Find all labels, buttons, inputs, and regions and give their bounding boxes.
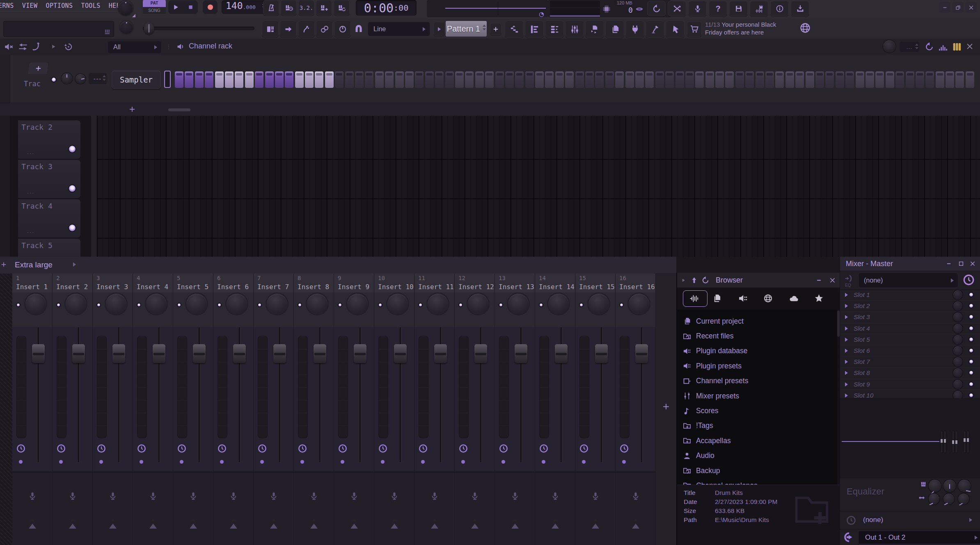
browser-item[interactable]: Accapellas xyxy=(677,433,836,448)
step-cell[interactable] xyxy=(235,71,243,88)
eq-mini-slider[interactable] xyxy=(963,431,966,453)
fx-slot-arrow-icon[interactable] xyxy=(845,315,848,319)
channel-rack-button[interactable] xyxy=(545,21,564,38)
browser-toggle-button[interactable] xyxy=(585,21,604,38)
master-minimize-icon[interactable] xyxy=(946,261,952,267)
strip-fx-icon[interactable] xyxy=(108,491,117,501)
track-mute-led[interactable] xyxy=(68,224,76,232)
strip-led[interactable] xyxy=(177,303,181,307)
rack-filter-selector[interactable]: All xyxy=(108,41,162,54)
mixer-strip[interactable]: 10 Insert 10 xyxy=(374,274,414,545)
strip-route-icon[interactable] xyxy=(149,517,157,522)
step-cell[interactable] xyxy=(936,71,944,88)
step-cell[interactable] xyxy=(475,71,484,88)
strip-record-dot[interactable] xyxy=(260,460,264,464)
strip-record-dot[interactable] xyxy=(99,460,103,464)
tempo-display[interactable]: 140.000 xyxy=(222,0,267,14)
strip-clock-icon[interactable] xyxy=(579,444,589,453)
fx-slot-knob[interactable] xyxy=(953,324,962,333)
strip-led[interactable] xyxy=(378,303,382,307)
browser-item[interactable]: Current project xyxy=(677,314,836,329)
strip-pan-knob[interactable] xyxy=(25,294,46,314)
strip-fx-icon[interactable] xyxy=(28,491,37,501)
strip-clock-icon[interactable] xyxy=(56,444,66,453)
strip-led[interactable] xyxy=(579,303,584,307)
strip-led[interactable] xyxy=(338,303,342,307)
step-cell[interactable] xyxy=(955,71,964,88)
fx-slot[interactable]: Slot 9 xyxy=(840,379,980,390)
browser-tab-favorites[interactable] xyxy=(814,294,824,303)
step-cell[interactable] xyxy=(545,71,554,88)
window-restore-button[interactable] xyxy=(952,2,964,13)
track-header[interactable]: Track 3 ... xyxy=(18,160,80,198)
rack-undo-icon[interactable] xyxy=(925,42,934,51)
step-cell[interactable] xyxy=(825,71,834,88)
strip-led[interactable] xyxy=(619,303,624,307)
save-new-version-button[interactable] xyxy=(750,1,768,16)
channel-target-spinner[interactable] xyxy=(103,75,106,81)
rack-mini-spinner[interactable] xyxy=(915,44,918,49)
playlist-button[interactable] xyxy=(505,21,524,38)
strip-fx-icon[interactable] xyxy=(68,491,77,501)
strip-fader-handle[interactable] xyxy=(474,344,487,363)
strip-fx-icon[interactable] xyxy=(551,491,560,501)
mixer-strip[interactable]: 13 Insert 13 xyxy=(495,274,535,545)
strip-fader-handle[interactable] xyxy=(635,344,648,363)
fx-slot-arrow-icon[interactable] xyxy=(845,327,848,331)
strip-record-dot[interactable] xyxy=(622,460,626,464)
plugin-button[interactable] xyxy=(625,21,644,38)
record-audio-button[interactable] xyxy=(688,1,707,16)
step-cell[interactable] xyxy=(895,71,904,88)
help-button[interactable]: ? xyxy=(709,1,727,16)
browser-item[interactable]: Backup xyxy=(677,463,836,478)
step-cell[interactable] xyxy=(205,71,213,88)
fx-slot-led[interactable] xyxy=(969,393,974,398)
channel-enable-led[interactable] xyxy=(51,77,57,83)
eq-graph-area[interactable] xyxy=(840,398,980,478)
step-cell[interactable] xyxy=(765,71,774,88)
step-cell[interactable] xyxy=(335,71,343,88)
rack-close-icon[interactable] xyxy=(966,43,973,50)
window-close-button[interactable] xyxy=(965,2,977,13)
strip-fx-icon[interactable] xyxy=(229,491,238,501)
browser-item[interactable]: Plugin presets xyxy=(677,359,836,373)
step-cell[interactable] xyxy=(485,71,494,88)
strip-fx-icon[interactable] xyxy=(350,491,359,501)
step-cell[interactable] xyxy=(845,71,854,88)
strip-fx-icon[interactable] xyxy=(269,491,278,501)
strip-route-icon[interactable] xyxy=(471,517,479,522)
countdown-button[interactable]: 3.2. xyxy=(298,0,314,16)
time-display[interactable]: 0:00:00 xyxy=(356,0,417,16)
step-cell[interactable] xyxy=(315,71,323,88)
browser-up-icon[interactable] xyxy=(691,277,698,284)
oscilloscope[interactable] xyxy=(427,0,548,17)
step-cell[interactable] xyxy=(255,71,263,88)
mixer-strip[interactable]: 8 Insert 8 xyxy=(294,274,334,545)
rack-h-scrollbar[interactable] xyxy=(168,108,190,111)
multilink-controllers-button[interactable] xyxy=(334,21,351,37)
strip-clock-icon[interactable] xyxy=(338,444,348,453)
fx-slot-led[interactable] xyxy=(969,370,974,375)
add-pattern-button[interactable] xyxy=(490,23,501,35)
strip-fader-handle[interactable] xyxy=(32,344,45,363)
strip-record-dot[interactable] xyxy=(341,460,344,464)
strip-fader-handle[interactable] xyxy=(394,344,407,363)
metronome-button[interactable] xyxy=(263,0,279,16)
slide-notes-button[interactable] xyxy=(298,21,315,37)
eq-route-icon[interactable] xyxy=(843,274,854,283)
swap-arrows-icon[interactable] xyxy=(18,42,28,52)
window-minimize-button[interactable] xyxy=(939,2,950,13)
step-cell[interactable] xyxy=(415,71,424,88)
mixer-strip[interactable]: 12 Insert 12 xyxy=(455,274,495,545)
browser-collapse-icon[interactable] xyxy=(681,278,686,283)
news-globe-icon[interactable] xyxy=(799,22,811,34)
strip-clock-icon[interactable] xyxy=(16,444,26,453)
rack-graph-icon[interactable] xyxy=(938,42,948,52)
track-header[interactable]: Track 4 ... xyxy=(18,199,80,238)
step-cell[interactable] xyxy=(775,71,784,88)
browser-tab-plugins[interactable] xyxy=(738,294,748,303)
tools-lamp-button[interactable] xyxy=(646,21,664,38)
fx-slot-led[interactable] xyxy=(969,292,974,297)
strip-record-dot[interactable] xyxy=(140,460,143,464)
step-cell[interactable] xyxy=(185,71,193,88)
